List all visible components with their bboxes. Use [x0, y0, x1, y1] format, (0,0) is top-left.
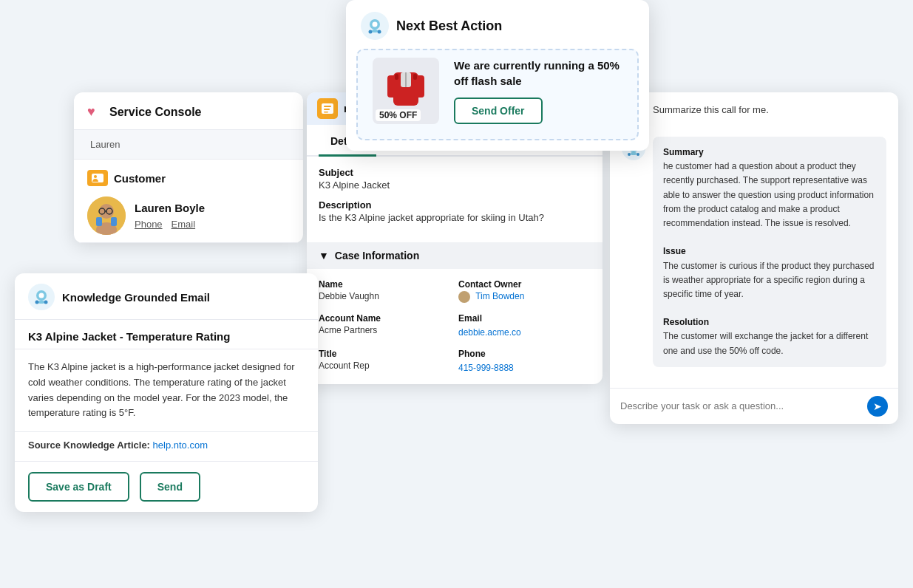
case-email-field: Email debbie.acme.co — [458, 313, 591, 338]
customer-section: Customer Lauren Boyle Pho — [74, 160, 303, 243]
svg-point-22 — [378, 30, 381, 34]
chevron-down-icon: ▼ — [319, 250, 329, 261]
send-button[interactable]: Send — [140, 472, 200, 502]
sc-header: ♥ Service Console — [74, 92, 303, 130]
svg-point-21 — [369, 30, 373, 34]
case-description-value: Is the K3 Alpine jacket appropriate for … — [319, 212, 591, 223]
kg-header-icon — [28, 284, 55, 310]
nba-text: We are currently running a 50% off flash… — [454, 58, 622, 124]
customer-info: Lauren Boyle Phone Email — [135, 202, 290, 230]
nba-header-icon — [361, 12, 389, 40]
sc-topbar: Lauren — [74, 130, 303, 160]
customer-label: Customer — [87, 170, 290, 186]
svg-rect-2 — [99, 175, 103, 177]
svg-point-19 — [373, 22, 378, 27]
case-email-link[interactable]: debbie.acme.co — [458, 327, 521, 338]
ai-user-message-text: Summarize this call for me. — [653, 103, 769, 117]
save-draft-button[interactable]: Save as Draft — [28, 472, 129, 502]
nba-card: Next Best Action 50% OFF We are currentl… — [346, 0, 649, 151]
nba-body: 50% OFF We are currently running a 50% o… — [356, 49, 639, 140]
case-description-field: Description Is the K3 Alpine jacket appr… — [319, 199, 591, 223]
ai-summary-intro: Summary he customer had a question about… — [663, 146, 876, 230]
customer-text: Customer — [114, 172, 166, 185]
svg-rect-9 — [111, 217, 117, 226]
phone-button[interactable]: Phone — [135, 219, 163, 230]
knowledge-card: Knowledge Grounded Email K3 Alpine Jacke… — [15, 273, 318, 512]
svg-rect-31 — [324, 106, 331, 107]
svg-rect-4 — [99, 180, 101, 181]
ai-issue-text: The customer is curious if the product t… — [663, 261, 874, 299]
email-button[interactable]: Email — [172, 219, 196, 230]
ai-resolution-label: Resolution — [663, 317, 709, 327]
case-contact-owner-link[interactable]: Tim Bowden — [475, 291, 524, 301]
case-contact-owner-field: Contact Owner Tim Bowden — [458, 279, 591, 303]
case-account-name-value: Acme Partners — [319, 325, 451, 335]
customer-row: Lauren Boyle Phone Email — [87, 196, 290, 235]
kg-source-link[interactable]: help.nto.com — [153, 440, 208, 451]
kg-body-text: The K3 Alpine jacket is a high-performan… — [15, 349, 318, 432]
svg-point-1 — [94, 175, 97, 178]
ai-issue-label: Issue — [663, 246, 686, 256]
case-name-field: Name Debbie Vaughn — [319, 279, 451, 303]
case-account-name-label: Account Name — [319, 313, 451, 324]
case-name-label: Name — [319, 279, 451, 290]
svg-rect-39 — [631, 152, 637, 155]
ai-user-message: Summarize this call for me. — [622, 103, 886, 126]
case-subject-value: K3 Alpine Jacket — [319, 180, 591, 191]
case-phone-field: Phone 415-999-8888 — [458, 349, 591, 374]
nba-send-offer-button[interactable]: Send Offer — [454, 98, 543, 124]
customer-name: Lauren Boyle — [135, 202, 290, 214]
customer-icon — [87, 170, 108, 186]
case-contact-owner-label: Contact Owner — [458, 279, 591, 290]
case-account-name-field: Account Name Acme Partners — [319, 313, 451, 338]
ai-bot-message: Summary he customer had a question about… — [622, 137, 886, 367]
case-contact-owner-value: Tim Bowden — [458, 291, 591, 303]
case-phone-label: Phone — [458, 349, 591, 359]
heart-icon: ♥ — [87, 104, 103, 120]
ai-send-button[interactable]: ➤ — [867, 396, 888, 417]
ai-input-area: ➤ — [610, 388, 898, 424]
svg-rect-8 — [96, 217, 102, 226]
svg-rect-20 — [372, 30, 378, 33]
case-email-label: Email — [458, 313, 591, 324]
kg-header-title: Knowledge Grounded Email — [62, 291, 210, 304]
case-info-grid: Name Debbie Vaughn Contact Owner Tim Bow… — [307, 269, 603, 384]
sc-tab-lauren[interactable]: Lauren — [84, 136, 126, 153]
ai-summary-text: he customer had a question about a produ… — [663, 161, 874, 228]
kg-source-label: Source Knowledge Article: — [28, 440, 150, 451]
svg-rect-29 — [413, 74, 417, 80]
svg-rect-32 — [324, 109, 330, 110]
kg-source: Source Knowledge Article: help.nto.com — [15, 432, 318, 462]
svg-point-16 — [35, 301, 39, 304]
ai-resolution-text: The customer will exchange the jacket fo… — [663, 331, 868, 355]
case-body: Subject K3 Alpine Jacket Description Is … — [307, 157, 603, 242]
ai-summary-card: Summarize this call for me. Summary he c… — [610, 92, 898, 424]
svg-rect-3 — [99, 177, 102, 179]
ai-summary-box: Summary he customer had a question about… — [653, 137, 886, 367]
kg-actions: Save as Draft Send — [15, 462, 318, 512]
case-info-section-label: Case Information — [335, 250, 419, 261]
svg-point-40 — [628, 153, 631, 156]
nba-header-title: Next Best Action — [396, 18, 502, 34]
svg-rect-33 — [324, 112, 328, 113]
service-console-card: ♥ Service Console Lauren Customer — [74, 92, 303, 243]
nba-description: We are currently running a 50% off flash… — [454, 58, 622, 89]
case-title-label: Title — [319, 349, 451, 359]
case-subject-field: Subject K3 Alpine Jacket — [319, 167, 591, 191]
case-phone-link[interactable]: 415-999-8888 — [458, 363, 514, 373]
kg-article-title: K3 Alpine Jacket - Temperature Rating — [15, 320, 318, 349]
svg-point-14 — [39, 293, 44, 298]
service-console-title: Service Console — [109, 106, 202, 119]
case-subject-label: Subject — [319, 167, 591, 178]
ai-resolution-section: Resolution The customer will exchange th… — [663, 315, 876, 358]
svg-point-17 — [44, 301, 48, 304]
case-header-icon — [317, 98, 338, 119]
case-name-value: Debbie Vaughn — [319, 291, 451, 301]
ai-task-input[interactable] — [620, 400, 861, 411]
ai-issue-section: Issue The customer is curious if the pro… — [663, 245, 876, 301]
nba-discount-badge: 50% OFF — [376, 109, 421, 121]
contact-buttons: Phone Email — [135, 219, 290, 230]
nba-header: Next Best Action — [346, 0, 649, 49]
case-info-section-header[interactable]: ▼ Case Information — [307, 242, 603, 269]
svg-point-41 — [637, 153, 639, 156]
